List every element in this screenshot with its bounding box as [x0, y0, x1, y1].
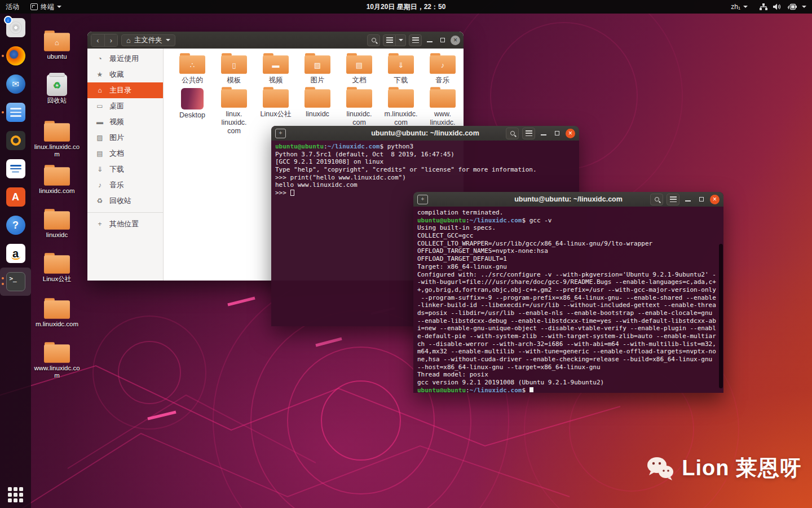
sidebar-item-下载[interactable]: ⇓下载 — [87, 161, 163, 177]
dock-item-firefox[interactable] — [0, 42, 31, 70]
back-button[interactable]: ‹ — [91, 34, 104, 46]
sidebar-item-其他位置[interactable]: +其他位置 — [87, 216, 163, 232]
input-source-indicator[interactable]: zh₁ — [725, 0, 753, 14]
path-button[interactable]: ⌂ 主文件夹 — [121, 34, 175, 46]
desktop-icon-m.linuxidc.com[interactable]: m.linuxidc.com — [32, 298, 82, 328]
desktop-icon-www.linuxidc.com[interactable]: www.linuxidc.com — [32, 342, 82, 379]
grid-item-图片[interactable]: ▨图片 — [297, 53, 338, 85]
scrollbar-thumb[interactable] — [719, 244, 723, 388]
clock-icon: ◔ — [95, 55, 104, 63]
folder-icon — [221, 87, 247, 108]
dock-item-rhythmbox[interactable] — [0, 126, 31, 155]
dock-item-files[interactable] — [0, 98, 31, 126]
terminal-line: COLLECT_GCC=gcc — [417, 232, 720, 240]
desktop-icon-回收站[interactable]: ♻回收站 — [32, 75, 82, 104]
desktop-icon-linuxidc[interactable]: linuxidc — [32, 209, 82, 239]
close-button[interactable]: × — [566, 129, 575, 138]
grid-item-label: linuxidc.​com — [341, 110, 378, 127]
sidebar-item-label: 音乐 — [109, 180, 124, 190]
volume-icon — [773, 3, 782, 11]
grid-item-视频[interactable]: ▬视频 — [255, 53, 297, 85]
desktop-icon-ubuntu[interactable]: ⌂ubuntu — [32, 30, 82, 60]
desktop-icon-Linux公社[interactable]: Linux公社 — [32, 253, 82, 283]
sidebar-item-文档[interactable]: ▤文档 — [87, 146, 163, 161]
dock-item-terminal[interactable]: >_ — [0, 268, 31, 296]
maximize-button[interactable] — [438, 35, 448, 45]
folder-icon: ♪ — [430, 53, 456, 75]
input-source-label: zh₁ — [731, 3, 740, 11]
grid-item-音乐[interactable]: ♪音乐 — [422, 53, 464, 85]
activities-button[interactable]: 活动 — [0, 0, 25, 14]
grid-item-模板[interactable]: ▯模板 — [213, 53, 255, 85]
search-button[interactable] — [506, 128, 519, 139]
dock-item-libreoffice-writer[interactable] — [0, 155, 31, 183]
sidebar-item-回收站[interactable]: ♻回收站 — [87, 193, 163, 209]
app-menu-button[interactable]: 终端 — [25, 0, 67, 14]
grid-item-公共的[interactable]: ∴公共的 — [171, 53, 213, 85]
close-button[interactable]: × — [451, 36, 460, 45]
grid-item-label: 视频 — [257, 76, 294, 85]
pictures-icon: ▨ — [95, 134, 104, 142]
grid-item-文档[interactable]: ▤文档 — [338, 53, 380, 85]
close-button[interactable]: × — [710, 195, 720, 204]
dock-item-thunderbird[interactable]: ✉ — [0, 70, 31, 98]
terminal-line: --host=x86_64-linux-gnu --target=x86_64-… — [417, 364, 720, 371]
dock-item-amazon[interactable]: a — [0, 239, 31, 268]
sidebar-item-label: 回收站 — [109, 196, 131, 206]
terminal-text: >>> print("hello www.linuxidc.com") — [275, 174, 406, 181]
dock-item-ubuntu-software[interactable]: A — [0, 183, 31, 211]
dock: ↓✉A?a>_ — [0, 14, 31, 508]
terminal-text: COLLECT_GCC=gcc — [417, 232, 473, 239]
desktop-icon-linux.linuxidc.com[interactable]: linux.linuxidc.com — [32, 121, 82, 158]
folder-icon — [44, 209, 70, 230]
terminal-text: ~/linuxidc.com — [470, 387, 522, 392]
system-menu[interactable] — [753, 0, 812, 14]
maximize-button[interactable] — [552, 128, 562, 138]
menu-button[interactable] — [667, 194, 679, 205]
sidebar-item-音乐[interactable]: ♪音乐 — [87, 177, 163, 193]
view-options-button[interactable] — [396, 34, 406, 46]
menu-button[interactable] — [409, 34, 422, 46]
terminal-titlebar[interactable]: + ubuntu@ubuntu: ~/linuxidc.com × — [271, 126, 579, 141]
folder-icon — [263, 87, 289, 108]
view-toggle-button[interactable] — [383, 34, 396, 46]
grid-item-label: 公共的 — [174, 76, 211, 85]
desktop-icon-linuxidc.com[interactable]: linuxidc.com — [32, 165, 82, 195]
sidebar-item-最近使用[interactable]: ◔最近使用 — [87, 51, 163, 67]
list-view-icon — [386, 37, 393, 43]
menu-button[interactable] — [522, 128, 535, 139]
terminal-titlebar[interactable]: + ubuntu@ubuntu: ~/linuxidc.com × — [413, 192, 723, 207]
minimize-button[interactable] — [539, 128, 549, 138]
show-applications-button[interactable] — [0, 484, 31, 505]
sidebar-item-收藏[interactable]: ★收藏 — [87, 67, 163, 82]
search-button[interactable] — [650, 194, 663, 205]
terminal-line: OFFLOAD_TARGET_NAMES=nvptx-none:hsa — [417, 247, 720, 255]
terminal-text: Thread model: posix — [417, 371, 488, 378]
libreoffice-writer-icon — [6, 159, 25, 178]
terminal-line: e-default-pie --with-system-zlib --with-… — [417, 332, 720, 340]
minimize-button[interactable] — [425, 35, 435, 45]
terminal-line: Using built-in specs. — [417, 224, 720, 232]
sidebar-item-视频[interactable]: ▬视频 — [87, 114, 163, 130]
dock-item-disk-mounted[interactable]: ↓ — [0, 14, 31, 42]
sidebar-item-桌面[interactable]: ▭桌面 — [87, 98, 163, 114]
forward-button[interactable]: › — [104, 34, 117, 46]
search-button[interactable] — [367, 34, 380, 46]
minimize-button[interactable] — [683, 194, 693, 204]
dock-item-help[interactable]: ? — [0, 211, 31, 239]
grid-item-Desktop[interactable]: Desktop — [171, 87, 213, 135]
sidebar-item-主目录[interactable]: ⌂主目录 — [87, 82, 163, 98]
sidebar-item-图片[interactable]: ▨图片 — [87, 130, 163, 146]
grid-item-linux.linuxidc.com[interactable]: linux.​linuxidc.​com — [213, 87, 255, 135]
ubuntu-software-icon: A — [6, 187, 25, 207]
grid-item-下载[interactable]: ⇓下载 — [380, 53, 422, 85]
new-tab-button[interactable]: + — [275, 129, 286, 138]
help-icon: ? — [6, 216, 25, 235]
clock-menu[interactable]: 10月20日 星期日，22：50 — [361, 0, 452, 14]
terminal-output: compilation terminated.ubuntu@ubuntu:~/l… — [413, 207, 723, 392]
maximize-button[interactable] — [696, 194, 707, 204]
desktop-icon-label: linuxidc — [32, 231, 82, 239]
sidebar-item-label: 收藏 — [109, 69, 124, 80]
search-icon — [372, 38, 376, 42]
new-tab-button[interactable]: + — [417, 195, 428, 204]
